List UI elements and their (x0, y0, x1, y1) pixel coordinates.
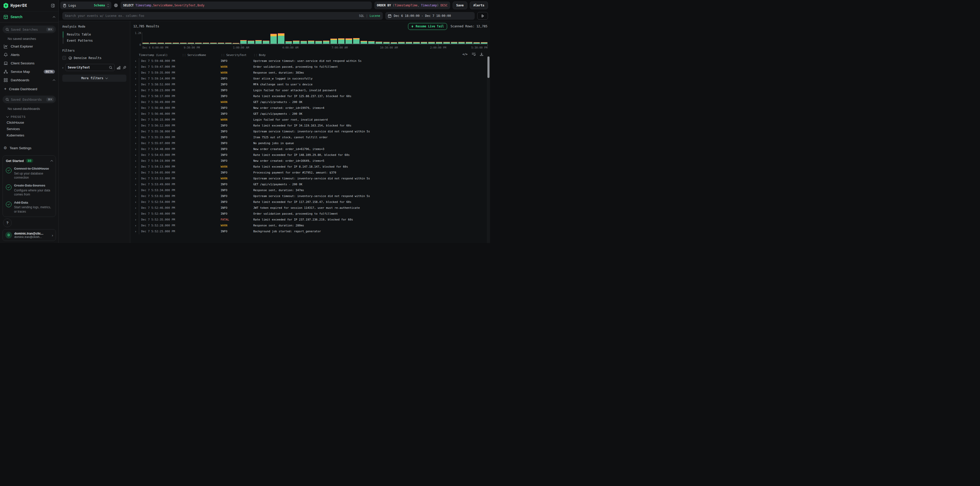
histogram-bar[interactable] (315, 41, 322, 44)
row-expand-chevron[interactable]: › (132, 224, 139, 228)
histogram-bar[interactable] (225, 43, 232, 44)
histogram-bar[interactable] (143, 43, 149, 44)
table-row[interactable]: ›Dec 7 5:54:43.000 PMINFORate limit exce… (132, 152, 490, 158)
histogram-bar[interactable] (466, 42, 472, 44)
histogram-bar[interactable] (443, 42, 450, 44)
sidebar-item-search[interactable]: Search (0, 11, 59, 22)
table-row[interactable]: ›Dec 7 5:54:05.000 PMINFOProcessing paym… (132, 170, 490, 175)
wrap-lines-icon[interactable] (472, 53, 476, 56)
histogram-bar[interactable] (361, 41, 367, 44)
row-expand-chevron[interactable]: › (132, 230, 139, 233)
histogram-bar[interactable] (375, 41, 382, 44)
table-row[interactable]: ›Dec 7 5:58:17.000 PMINFORate limit exce… (132, 93, 490, 99)
pin-icon[interactable] (123, 66, 126, 70)
row-expand-chevron[interactable]: › (132, 183, 139, 186)
events-histogram[interactable]: 1.2K 0 Dec 6 6:00:00 PM9:30:00 PM1:00:00… (133, 32, 487, 49)
saved-searches-input[interactable]: Saved Searches ⌘K (3, 25, 56, 33)
get-started-item-add-data[interactable]: Add Data Start sending logs, metrics, or… (6, 200, 52, 214)
code-view-icon[interactable]: </> (463, 53, 468, 56)
sidebar-item-alerts[interactable]: Alerts (0, 51, 59, 59)
histogram-bar[interactable] (323, 41, 329, 44)
drag-handle-icon[interactable]: ⋮⋮ (182, 54, 186, 56)
gear-icon[interactable] (114, 3, 118, 7)
preset-item-kubernetes[interactable]: Kubernetes (0, 132, 59, 139)
table-row[interactable]: ›Dec 7 5:56:15.000 PMWARNLogin failed fo… (132, 117, 490, 123)
denoise-checkbox[interactable] (62, 56, 66, 60)
histogram-bar[interactable] (331, 38, 337, 44)
table-row[interactable]: ›Dec 7 5:52:28.000 PMWARNResponse sent, … (132, 223, 490, 228)
table-row[interactable]: ›Dec 7 5:54:48.000 PMINFONew order creat… (132, 146, 490, 152)
histogram-bar[interactable] (255, 40, 262, 44)
row-expand-chevron[interactable]: › (132, 94, 139, 98)
row-expand-chevron[interactable]: › (132, 188, 139, 192)
download-icon[interactable] (480, 53, 484, 56)
create-dashboard-button[interactable]: + Create Dashboard (0, 84, 59, 92)
row-expand-chevron[interactable]: › (132, 89, 139, 92)
histogram-bar[interactable] (398, 42, 404, 44)
user-menu[interactable]: D dominic.tran@clic... dominic.tran@clic… (3, 229, 56, 241)
more-filters-button[interactable]: More filters (62, 75, 126, 82)
histogram-bar[interactable] (180, 43, 186, 44)
histogram-bar[interactable] (263, 41, 269, 44)
sql-toggle[interactable]: SQL (359, 14, 364, 18)
table-row[interactable]: ›Dec 7 5:52:54.000 PMINFORate limit exce… (132, 199, 490, 205)
get-started-header[interactable]: Get Started 3/3 (6, 159, 52, 163)
row-expand-chevron[interactable]: › (132, 112, 139, 116)
preset-item-clickhouse[interactable]: ClickHouse (0, 120, 59, 126)
histogram-bar[interactable] (345, 38, 352, 44)
table-row[interactable]: ›Dec 7 5:53:34.000 PMINFOResponse sent, … (132, 187, 490, 193)
row-expand-chevron[interactable]: › (132, 100, 139, 104)
row-expand-chevron[interactable]: › (132, 200, 139, 204)
mode-results-table[interactable]: Results Table (63, 32, 126, 38)
histogram-bar[interactable] (353, 38, 360, 44)
get-started-item-sources[interactable]: Create Data Sources Configure where your… (6, 183, 52, 196)
row-expand-chevron[interactable]: › (132, 159, 139, 163)
histogram-bar[interactable] (481, 42, 487, 44)
histogram-bar[interactable] (165, 43, 171, 44)
save-button[interactable]: Save (453, 2, 467, 9)
table-row[interactable]: ›Dec 7 5:52:25.000 PMINFOBackground job … (132, 228, 490, 234)
histogram-bar[interactable] (368, 41, 375, 44)
lucene-toggle[interactable]: Lucene (369, 14, 380, 18)
table-row[interactable]: ›Dec 7 5:53:53.000 PMWARNUpstream servic… (132, 175, 490, 182)
histogram-bar[interactable] (473, 42, 480, 44)
histogram-bar[interactable] (188, 43, 194, 44)
alerts-button[interactable]: Alerts (470, 2, 488, 9)
date-range-picker[interactable]: 1 Dec 6 18:00:00 - Dec 7 18:00:00 (385, 12, 475, 20)
column-header-timestamp[interactable]: Timestamp (Local) (139, 53, 182, 57)
row-expand-chevron[interactable]: › (132, 130, 139, 133)
select-clause-input[interactable]: SELECT Timestamp,ServiceName,SeverityTex… (121, 2, 372, 9)
table-row[interactable]: ›Dec 7 5:52:46.000 PMINFOJWT token expir… (132, 205, 490, 211)
histogram-bar[interactable] (173, 43, 179, 44)
histogram-bar[interactable] (218, 43, 224, 44)
drag-handle-icon[interactable]: ⋮⋮ (253, 54, 258, 56)
help-button[interactable]: ? (3, 218, 12, 227)
resume-live-tail-button[interactable]: Resume Live Tail (408, 23, 447, 30)
row-expand-chevron[interactable]: › (132, 83, 139, 86)
column-header-body[interactable]: ⋮⋮Body (253, 53, 462, 57)
table-row[interactable]: ›Dec 7 5:55:38.000 PMINFOUpstream servic… (132, 129, 490, 134)
row-expand-chevron[interactable]: › (132, 106, 139, 110)
table-row[interactable]: ›Dec 7 5:56:48.000 PMINFONew order creat… (132, 105, 490, 111)
table-row[interactable]: ›Dec 7 5:53:02.000 PMINFOUpstream servic… (132, 193, 490, 199)
histogram-bar[interactable] (203, 43, 209, 44)
row-expand-chevron[interactable]: › (132, 59, 139, 63)
histogram-bar[interactable] (293, 41, 299, 44)
table-row[interactable]: ›Dec 7 5:58:23.000 PMINFOLogin failed fo… (132, 88, 490, 93)
row-expand-chevron[interactable]: › (132, 165, 139, 169)
histogram-bar[interactable] (195, 43, 202, 44)
histogram-bar[interactable] (406, 42, 412, 44)
vertical-scrollbar-thumb[interactable] (487, 56, 490, 78)
table-row[interactable]: ›Dec 7 5:56:49.000 PMWARNGET /api/v1/pro… (132, 99, 490, 105)
histogram-bar[interactable] (338, 38, 344, 44)
column-header-servicename[interactable]: ⋮⋮ServiceName (182, 53, 221, 57)
table-row[interactable]: ›Dec 7 5:55:19.000 PMINFOItem 7525 out o… (132, 134, 490, 140)
column-header-severitytext[interactable]: ⋮⋮SeverityText (221, 53, 253, 57)
row-expand-chevron[interactable]: › (132, 171, 139, 175)
row-expand-chevron[interactable]: › (132, 218, 139, 221)
denoise-label[interactable]: Denoise Results (74, 56, 101, 60)
table-row[interactable]: ›Dec 7 5:52:35.000 PMFATALRate limit exc… (132, 217, 490, 223)
table-row[interactable]: ›Dec 7 5:59:47.000 PMWARNOrder validatio… (132, 64, 490, 70)
row-expand-chevron[interactable]: › (132, 124, 139, 127)
row-expand-chevron[interactable]: › (132, 77, 139, 80)
